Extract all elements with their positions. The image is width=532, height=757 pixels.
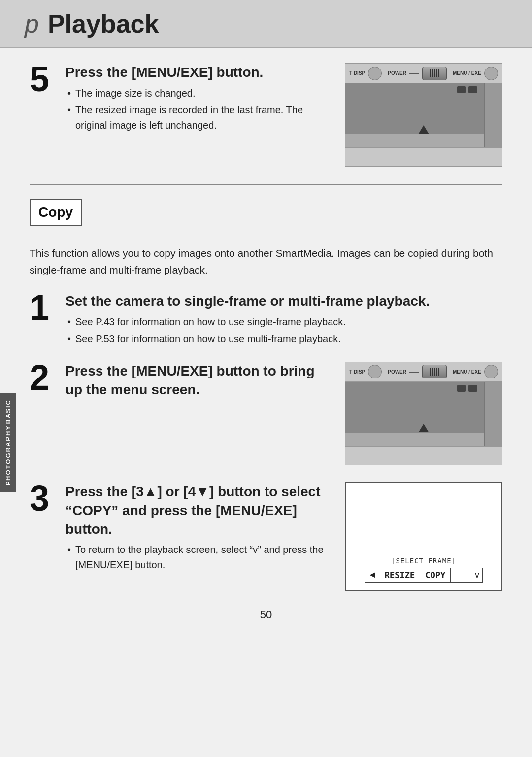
divider-1 — [30, 184, 502, 185]
cam-icon-3 — [457, 385, 466, 392]
page-header: p Playback — [0, 0, 532, 48]
cam-top-icons-2 — [457, 385, 477, 392]
step5-title: Press the [MENU/EXE] button. — [66, 63, 330, 82]
menu-screen-diagram: [SELECT FRAME] ◄ RESIZE COPY v — [345, 482, 502, 591]
cam-label-power-2: POWER — [388, 369, 406, 375]
cam-label-menuexe: MENU / EXE — [453, 70, 481, 76]
cam-extra-bottom-2 — [345, 446, 502, 465]
cam-dial-line — [434, 69, 435, 77]
cam-arrow-label: —— — [409, 70, 419, 76]
sidebar-label-photography: PHOTOGRAPHY — [4, 425, 12, 486]
step3-bullet-1: To return to the playback screen, select… — [66, 542, 330, 573]
step5-section: 5 Press the [MENU/EXE] button. The image… — [30, 63, 502, 167]
cam-btn-tdisp — [368, 67, 382, 80]
camera-body-2 — [345, 382, 502, 446]
copy-section-header: Copy — [30, 199, 502, 236]
step1-number: 1 — [30, 292, 57, 324]
cam-extra-bottom-1 — [345, 147, 502, 167]
step2-section: 2 Press the [MENU/EXE] button to bring u… — [30, 362, 502, 465]
menu-left-arrow: ◄ — [365, 568, 380, 582]
cam-side-2 — [484, 382, 502, 446]
cam-dial-1 — [422, 67, 447, 80]
cam-top-icons — [457, 86, 477, 93]
step1-title: Set the camera to single-frame or multi-… — [66, 292, 502, 310]
menu-row: ◄ RESIZE COPY v — [365, 568, 483, 583]
cam-dial-line — [436, 69, 437, 77]
cam-label-tdisp: T DISP — [349, 70, 365, 76]
page-content: 5 Press the [MENU/EXE] button. The image… — [0, 48, 532, 660]
camera-diagram-1: T DISP POWER —— MENU / EXE — [345, 63, 502, 167]
cam-dial-2 — [422, 365, 447, 378]
sidebar-tab: BASIC PHOTOGRAPHY — [0, 393, 16, 492]
cam-dial-lines-1 — [430, 69, 439, 77]
cam-dial-line — [430, 368, 431, 376]
cam-side-1 — [484, 83, 502, 147]
page-number: 50 — [30, 608, 502, 631]
step3-content: Press the [3▲] or [4▼] button to select … — [66, 482, 330, 574]
cam-icon-1 — [457, 86, 466, 93]
cam-label-menuexe-2: MENU / EXE — [453, 369, 481, 375]
cam-icon-2 — [468, 86, 477, 93]
step3-left: 3 Press the [3▲] or [4▼] button to selec… — [30, 482, 330, 574]
cam-label-tdisp-2: T DISP — [349, 369, 365, 375]
camera-diagram-2: T DISP POWER —— MENU / EXE — [345, 362, 502, 465]
cam-dial-line — [438, 69, 439, 77]
step5-bullet-1: The image size is changed. — [66, 86, 330, 101]
step1-body: Set the camera to single-frame or multi-… — [66, 292, 502, 348]
step2-content: Press the [MENU/EXE] button to bring up … — [66, 362, 330, 403]
step3-number: 3 — [30, 482, 57, 515]
copy-description: This function allows you to copy images … — [30, 245, 502, 278]
step1-section: 1 Set the camera to single-frame or mult… — [30, 292, 502, 348]
step2-number: 2 — [30, 362, 57, 394]
sidebar-label-basic: BASIC — [4, 399, 12, 424]
cam-bottom-bar-1 — [345, 134, 484, 147]
cam-btn-tdisp-2 — [368, 365, 382, 378]
header-letter: p — [25, 9, 39, 38]
step1-bullet-1: See P.43 for information on how to use s… — [66, 314, 502, 330]
step1-bullet-2: See P.53 for information on how to use m… — [66, 331, 502, 346]
step2-left: 2 Press the [MENU/EXE] button to bring u… — [30, 362, 330, 403]
step5-left: 5 Press the [MENU/EXE] button. The image… — [30, 63, 330, 135]
cam-dial-line — [432, 69, 433, 77]
step5-content: Press the [MENU/EXE] button. The image s… — [66, 63, 330, 135]
camera-body-1 — [345, 83, 502, 147]
step5-number: 5 — [30, 63, 57, 95]
copy-box: Copy — [30, 199, 82, 226]
menu-right-arrow: v — [472, 568, 482, 582]
step2-title: Press the [MENU/EXE] button to bring up … — [66, 362, 330, 399]
cam-btn-menuexe-2 — [484, 365, 498, 378]
camera-topbar-1: T DISP POWER —— MENU / EXE — [345, 64, 502, 83]
cam-btn-menuexe — [484, 67, 498, 80]
copy-title: Copy — [38, 205, 73, 220]
camera-topbar-2: T DISP POWER —— MENU / EXE — [345, 362, 502, 382]
cam-dial-lines-2 — [430, 368, 439, 376]
cam-dial-line — [430, 69, 431, 77]
cam-dial-line — [438, 368, 439, 376]
step3-section: 3 Press the [3▲] or [4▼] button to selec… — [30, 482, 502, 591]
header-title: Playback — [48, 9, 159, 38]
cam-dial-line — [434, 368, 435, 376]
cam-bottom-bar-2 — [345, 432, 484, 446]
menu-item-resize: RESIZE — [380, 568, 420, 582]
step5-bullet-2: The resized image is recorded in the las… — [66, 103, 330, 133]
menu-item-copy: COPY — [420, 568, 451, 582]
cam-label-power: POWER — [388, 70, 406, 76]
cam-arrow-2: —— — [409, 369, 419, 375]
step3-title: Press the [3▲] or [4▼] button to select … — [66, 482, 330, 538]
cam-dial-line — [432, 368, 433, 376]
menu-select-label: [SELECT FRAME] — [391, 557, 456, 565]
cam-icon-4 — [468, 385, 477, 392]
cam-dial-line — [436, 368, 437, 376]
